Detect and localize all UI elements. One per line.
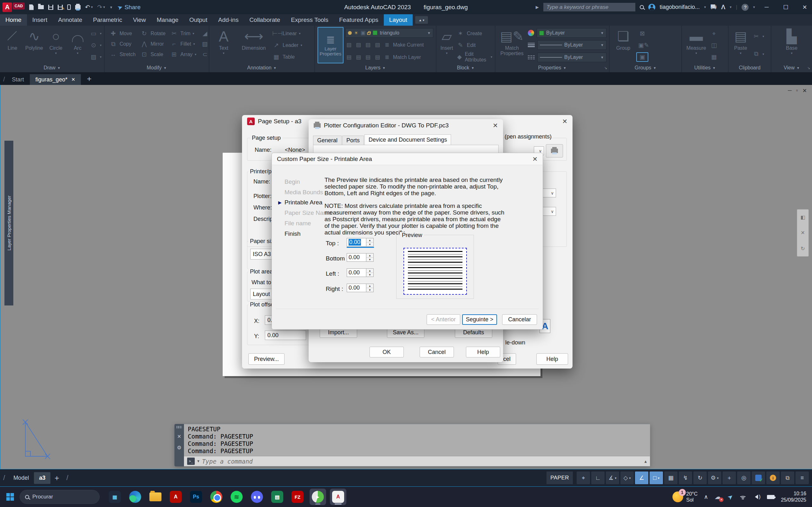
file-tab-start[interactable]: Start bbox=[6, 74, 30, 85]
dimension-button[interactable]: ⟷ Dimension bbox=[237, 27, 270, 63]
taskbar-weather[interactable]: 1 20°C Sol bbox=[672, 491, 698, 503]
line-button[interactable]: Line bbox=[3, 27, 22, 63]
group-edit-button[interactable]: ▣✎ bbox=[638, 41, 647, 50]
ribbon-minimize-button[interactable]: ▲ ▾ bbox=[415, 16, 428, 24]
minimize-button[interactable]: ─ bbox=[759, 0, 774, 14]
mirror-button[interactable]: ⋀Mirror bbox=[140, 40, 165, 48]
polar-tracking-toggle[interactable]: ∡▾ bbox=[606, 471, 619, 484]
tab-layout[interactable]: Layout bbox=[384, 14, 413, 26]
tab-featured-apps[interactable]: Featured Apps bbox=[334, 14, 384, 26]
viewport-minimize-icon[interactable]: ─ bbox=[788, 88, 792, 94]
signed-in-user[interactable]: tiagobonifacio... bbox=[660, 4, 700, 10]
insert-block-button[interactable]: ▱ Insert ▾ bbox=[439, 27, 455, 63]
erase-button[interactable]: ◢ bbox=[201, 30, 209, 37]
share-button[interactable]: ➤ Share bbox=[117, 3, 141, 11]
taskbar-installer-app[interactable]: ▸ bbox=[310, 489, 326, 505]
help-caret-icon[interactable]: ▾ bbox=[753, 5, 755, 9]
taskbar-clock[interactable]: 10:16 25/09/2025 bbox=[781, 491, 806, 503]
annotation-visibility-toggle[interactable]: ↯ bbox=[679, 471, 692, 484]
right-spinner[interactable]: 0.00 ▲▼ bbox=[347, 284, 374, 292]
location-icon[interactable]: ➤ bbox=[726, 492, 735, 501]
search-expand-icon[interactable]: ▶ bbox=[536, 5, 539, 9]
tab-view[interactable]: View bbox=[128, 14, 151, 26]
selection-cycling-toggle[interactable]: ▦ bbox=[664, 471, 677, 484]
panel-utilities-label[interactable]: Utilities▼ bbox=[682, 63, 728, 72]
command-input-row[interactable]: >_ ▼ Type a command ▲ bbox=[184, 456, 650, 466]
center-circle-button[interactable]: ⊙▾ bbox=[90, 41, 101, 50]
plot-button[interactable] bbox=[75, 5, 81, 9]
maximize-button[interactable]: ☐ bbox=[778, 0, 793, 14]
custom-close-icon[interactable]: ✕ bbox=[532, 155, 538, 163]
taskbar-spotify-app[interactable]: ≋ bbox=[229, 489, 245, 505]
tab-ports[interactable]: Ports bbox=[342, 135, 364, 145]
autodesk-logo-icon[interactable]: Λ bbox=[721, 3, 725, 11]
wizard-step-media-bounds[interactable]: Media Bounds bbox=[285, 189, 323, 196]
drawing-area[interactable]: ─ ▫ ✕ Layer Properties Manager ◧ ✕ ↻ bbox=[0, 85, 812, 469]
recent-commands-caret-icon[interactable]: ▼ bbox=[197, 459, 200, 463]
group-button[interactable]: ❏ Group bbox=[612, 27, 635, 63]
command-window-grip[interactable]: ✕ ⚙ bbox=[174, 424, 184, 466]
panel-modify-label[interactable]: Modify▼ bbox=[105, 63, 209, 72]
model-tab[interactable]: Model bbox=[8, 472, 34, 484]
qat-customize-button[interactable]: ▼ bbox=[109, 5, 113, 9]
tab-parametric[interactable]: Parametric bbox=[88, 14, 128, 26]
properties-launcher-icon[interactable]: ↘ bbox=[604, 66, 607, 70]
search-icon[interactable] bbox=[640, 5, 644, 9]
file-tab-close-icon[interactable]: ✕ bbox=[71, 77, 75, 82]
command-customize-wrench-icon[interactable]: ⚙ bbox=[177, 445, 182, 451]
group-selection-toggle[interactable]: ▣ bbox=[636, 52, 648, 62]
tab-add-ins[interactable]: Add-ins bbox=[213, 14, 244, 26]
rotate-button[interactable]: ↻Rotate bbox=[140, 30, 165, 37]
command-expand-icon[interactable]: ▲ bbox=[645, 459, 647, 464]
clean-screen-button[interactable]: ⧉ bbox=[781, 471, 794, 484]
page-setup-close-icon[interactable]: ✕ bbox=[562, 118, 567, 125]
paper-space-toggle[interactable]: PAPER bbox=[547, 471, 573, 484]
polyline-button[interactable]: ∿ Polyline bbox=[24, 27, 44, 63]
top-input[interactable]: 0.00 bbox=[347, 238, 366, 246]
pen-table-edit-button[interactable] bbox=[546, 144, 563, 158]
text-button[interactable]: A Text ▾ bbox=[212, 27, 235, 63]
view-launcher-icon[interactable]: ↘ bbox=[807, 66, 810, 70]
right-input[interactable]: 0.00 bbox=[347, 284, 366, 292]
layer-select-combo[interactable]: ☀ ▣ triangulo ▼ bbox=[345, 28, 433, 38]
top-spinner[interactable]: 0.00 ▲▼ bbox=[347, 238, 374, 246]
bottom-spinner[interactable]: 0.00 ▲▼ bbox=[347, 253, 374, 262]
scale-button[interactable]: ⊡Scale bbox=[140, 51, 165, 58]
plotter-ok-button[interactable]: OK bbox=[369, 347, 404, 357]
cancelar-button[interactable]: Cancelar bbox=[502, 314, 537, 325]
wizard-step-file-name[interactable]: File name bbox=[285, 220, 311, 227]
user-avatar[interactable] bbox=[648, 4, 655, 11]
save-button[interactable] bbox=[48, 5, 53, 10]
move-button[interactable]: ✚Move bbox=[109, 30, 136, 37]
redo-button[interactable]: ↷ ▾ bbox=[97, 3, 105, 11]
arc-button[interactable]: Arc ▾ bbox=[67, 27, 87, 63]
file-tab-document[interactable]: figuras_geo* ✕ bbox=[30, 74, 81, 85]
tab-device-settings[interactable]: Device and Document Settings bbox=[364, 134, 451, 145]
wizard-step-printable-area[interactable]: Printable Area bbox=[285, 199, 322, 206]
dynamic-input-toggle[interactable]: ⌖ bbox=[577, 471, 590, 484]
bottom-input[interactable]: 0.00 bbox=[347, 253, 366, 262]
y-offset-input[interactable]: 0.00 bbox=[265, 331, 306, 340]
plotter-close-icon[interactable]: ✕ bbox=[493, 122, 498, 129]
panel-clipboard-label[interactable]: Clipboard bbox=[728, 63, 771, 72]
tab-collaborate[interactable]: Collaborate bbox=[244, 14, 286, 26]
lineweight-combo[interactable]: ByLayer ▼ bbox=[537, 40, 606, 50]
linear-button[interactable]: ⊢⊣Linear▾ bbox=[272, 29, 302, 38]
palette-tool-icon-1[interactable]: ◧ bbox=[800, 214, 805, 220]
close-button[interactable]: ✕ bbox=[798, 0, 812, 14]
plotter-cancel-button[interactable]: Cancel bbox=[420, 347, 454, 357]
viewport-close-icon[interactable]: ✕ bbox=[803, 88, 807, 94]
paste-button[interactable]: ▤ Paste ▾ bbox=[731, 27, 750, 63]
wizard-step-begin[interactable]: Begin bbox=[285, 178, 300, 185]
taskbar-acrobat-app[interactable]: A bbox=[167, 489, 184, 505]
command-drag-handle-icon[interactable] bbox=[177, 426, 182, 429]
isometric-drafting-toggle[interactable]: ◇▾ bbox=[620, 471, 634, 484]
isolate-objects-button[interactable]: ◎ bbox=[737, 471, 751, 484]
match-layer-button[interactable]: ▤ ▤ ▤ ▤ ≣ Match Layer bbox=[345, 52, 433, 62]
explode-button[interactable]: ▧ bbox=[201, 40, 209, 48]
fillet-button[interactable]: ⌐Fillet▾ bbox=[170, 41, 196, 48]
left-input[interactable]: 0.00 bbox=[347, 268, 366, 277]
tray-expand-chevron-icon[interactable]: ∧ bbox=[704, 493, 708, 500]
taskbar-edge-app[interactable] bbox=[127, 489, 143, 505]
customization-menu-button[interactable]: ≡ bbox=[796, 471, 809, 484]
